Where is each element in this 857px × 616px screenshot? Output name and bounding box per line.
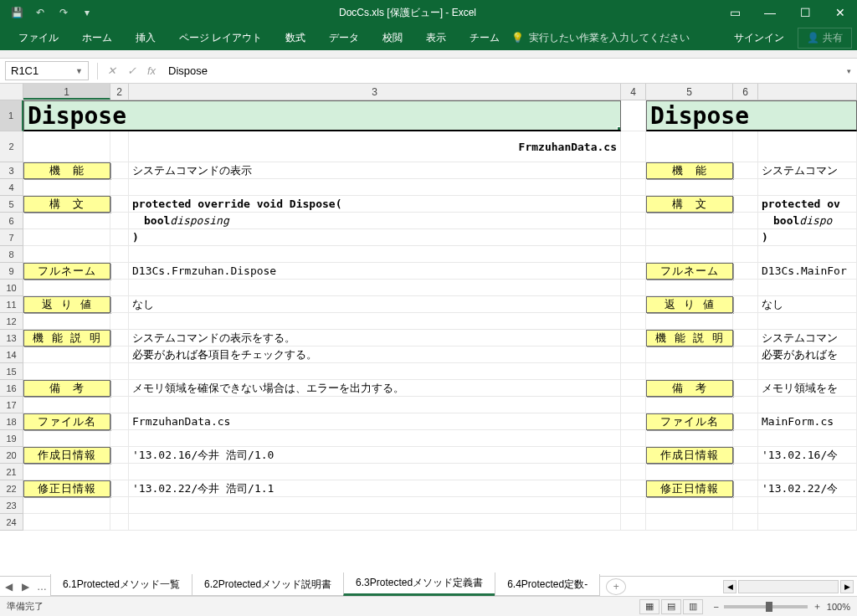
- cell[interactable]: [110, 363, 129, 380]
- row-header[interactable]: 20: [0, 447, 23, 464]
- cell[interactable]: [110, 179, 129, 196]
- cell[interactable]: [758, 464, 857, 480]
- qat-customize-icon[interactable]: ▾: [77, 7, 97, 18]
- cell[interactable]: [110, 346, 129, 363]
- cell[interactable]: bool dispo: [758, 213, 857, 229]
- cell[interactable]: [733, 179, 758, 196]
- cell[interactable]: [758, 131, 857, 162]
- cell[interactable]: FrmzuhanData.cs: [129, 131, 621, 162]
- zoom-out-button[interactable]: −: [713, 602, 718, 612]
- cell[interactable]: [129, 464, 621, 480]
- cell[interactable]: 必要があれば各項目をチェックする。: [129, 346, 621, 363]
- label-cell[interactable]: 返 り 値: [23, 296, 110, 313]
- cell[interactable]: D13Cs.Frmzuhan.Dispose: [129, 263, 621, 280]
- normal-view-icon[interactable]: ▦: [639, 599, 659, 614]
- row-header[interactable]: 4: [0, 179, 23, 196]
- name-box[interactable]: R1C1 ▼: [5, 61, 89, 80]
- cell[interactable]: [23, 397, 110, 413]
- cell[interactable]: システムコマン: [758, 330, 857, 346]
- label-cell[interactable]: 構 文: [646, 196, 733, 213]
- cell[interactable]: [23, 229, 110, 246]
- save-icon[interactable]: 💾: [7, 7, 27, 18]
- cell[interactable]: [110, 430, 129, 447]
- cell[interactable]: [621, 313, 646, 330]
- sheet-tab[interactable]: 6.4Protected定数-: [495, 574, 600, 596]
- title-cell[interactable]: Dispose: [23, 100, 621, 131]
- label-cell[interactable]: フルネーム: [646, 263, 733, 280]
- cell[interactable]: [110, 162, 129, 179]
- cell[interactable]: [733, 397, 758, 413]
- cell[interactable]: '13.02.22/今井 浩司/1.1: [129, 480, 621, 497]
- cell[interactable]: [646, 497, 733, 514]
- close-icon[interactable]: ✕: [824, 0, 857, 25]
- tab-insert[interactable]: 挿入: [124, 26, 167, 50]
- cell[interactable]: [110, 480, 129, 497]
- cell[interactable]: ): [758, 229, 857, 246]
- cell[interactable]: [733, 280, 758, 296]
- cell[interactable]: [110, 380, 129, 397]
- share-button[interactable]: 👤 共有: [798, 28, 852, 49]
- cell[interactable]: bool disposing: [129, 213, 621, 229]
- cell[interactable]: [621, 514, 646, 531]
- cell[interactable]: 必要があればを: [758, 346, 857, 363]
- label-cell[interactable]: 作成日情報: [23, 447, 110, 464]
- label-cell[interactable]: 備 考: [23, 380, 110, 397]
- cell[interactable]: [621, 397, 646, 413]
- label-cell[interactable]: ファイル名: [646, 413, 733, 430]
- cell[interactable]: [621, 229, 646, 246]
- cell[interactable]: [23, 131, 110, 162]
- cell[interactable]: [110, 514, 129, 531]
- row-header[interactable]: 18: [0, 413, 23, 430]
- cell[interactable]: [621, 464, 646, 480]
- cell[interactable]: [23, 213, 110, 229]
- cell[interactable]: [646, 397, 733, 413]
- row-header[interactable]: 14: [0, 346, 23, 363]
- cell[interactable]: [621, 100, 646, 131]
- zoom-in-button[interactable]: ＋: [813, 600, 822, 613]
- page-layout-view-icon[interactable]: ▤: [661, 599, 681, 614]
- cell[interactable]: システムコマン: [758, 162, 857, 179]
- cell[interactable]: [733, 229, 758, 246]
- cell[interactable]: [23, 246, 110, 263]
- label-cell[interactable]: 修正日情報: [646, 480, 733, 497]
- sheet-tab[interactable]: 6.3Protectedメソッド定義書: [343, 572, 495, 596]
- cell[interactable]: [733, 447, 758, 464]
- cell[interactable]: [129, 514, 621, 531]
- cell[interactable]: '13.02.16/今井 浩司/1.0: [129, 447, 621, 464]
- cell[interactable]: [23, 346, 110, 363]
- cell[interactable]: [129, 179, 621, 196]
- row-header[interactable]: 2: [0, 131, 23, 162]
- cell[interactable]: メモリ領域をを: [758, 380, 857, 397]
- fx-icon[interactable]: fx: [141, 64, 162, 77]
- scroll-track[interactable]: [738, 580, 839, 593]
- row-header[interactable]: 3: [0, 162, 23, 179]
- cell[interactable]: [733, 480, 758, 497]
- spreadsheet-grid[interactable]: 1 2 3 4 5 6 1 Dispose Dispose 2 Frmzuhan…: [0, 84, 857, 567]
- label-cell[interactable]: 作成日情報: [646, 447, 733, 464]
- sign-in-link[interactable]: サインイン: [726, 31, 793, 45]
- row-header[interactable]: 8: [0, 246, 23, 263]
- page-break-view-icon[interactable]: ▥: [683, 599, 703, 614]
- cell[interactable]: [23, 497, 110, 514]
- cell[interactable]: [646, 464, 733, 480]
- cell[interactable]: ): [129, 229, 621, 246]
- cell[interactable]: FrmzuhanData.cs: [129, 413, 621, 430]
- sheet-nav-next-icon[interactable]: ▶: [17, 581, 33, 593]
- cell[interactable]: メモリ領域を確保できない場合は、エラーを出力する。: [129, 380, 621, 397]
- cell[interactable]: [129, 313, 621, 330]
- cell[interactable]: [758, 246, 857, 263]
- cell[interactable]: protected override void Dispose(: [129, 196, 621, 213]
- cell[interactable]: [733, 213, 758, 229]
- cell[interactable]: [621, 131, 646, 162]
- expand-formula-icon[interactable]: ▾: [840, 67, 857, 75]
- cell[interactable]: [646, 363, 733, 380]
- cell[interactable]: [110, 497, 129, 514]
- row-header[interactable]: 21: [0, 464, 23, 480]
- sheet-tab[interactable]: 6.2Protectedメソッド説明書: [192, 574, 344, 596]
- ribbon-options-icon[interactable]: ▭: [718, 0, 752, 25]
- row-header[interactable]: 6: [0, 213, 23, 229]
- cell[interactable]: [110, 131, 129, 162]
- tell-me[interactable]: 💡 実行したい作業を入力してください: [511, 31, 690, 45]
- cell[interactable]: [646, 346, 733, 363]
- scroll-right-icon[interactable]: ▶: [840, 580, 854, 593]
